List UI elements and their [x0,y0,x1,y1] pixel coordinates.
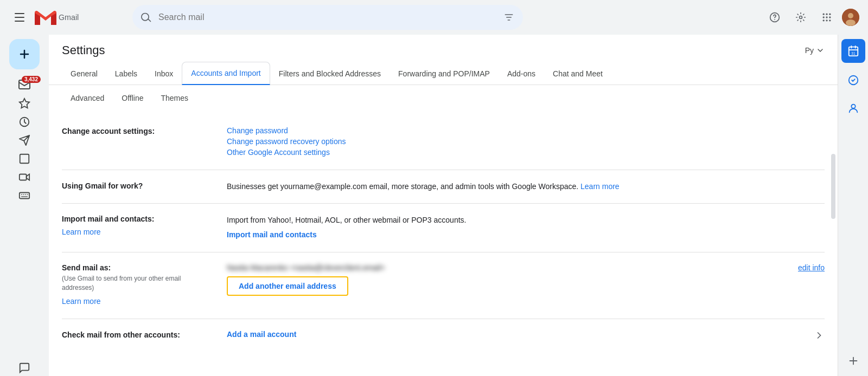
search-filter-icon[interactable] [503,12,514,23]
svg-point-12 [823,20,825,21]
import-learn-more-link[interactable]: Learn more [62,228,214,236]
avatar[interactable] [842,9,859,26]
chevron-down-icon [816,46,825,55]
right-add-icon[interactable] [843,350,864,372]
scrollbar-track[interactable] [831,143,835,376]
right-panel: 31 [838,35,868,376]
other-account-link[interactable]: Other Google Account settings [227,148,825,157]
import-mail-content: Import from Yahoo!, Hotmail, AOL, or oth… [227,215,825,241]
topbar-right [764,7,859,28]
help-icon[interactable] [764,7,786,28]
sidebar-item-meet[interactable] [5,169,44,185]
tab-addons[interactable]: Add-ons [499,63,544,85]
svg-text:Gmail: Gmail [59,13,79,22]
sidebar-item-starred[interactable] [5,95,44,112]
settings-icon[interactable] [790,7,812,28]
right-calendar-icon[interactable]: 31 [841,39,865,63]
change-password-link[interactable]: Change password [227,126,825,135]
scrollbar-thumb[interactable] [831,154,835,219]
star-icon [18,98,30,109]
video-icon [18,171,30,183]
svg-text:31: 31 [851,51,856,55]
tab-inbox[interactable]: Inbox [146,63,182,85]
check-mail-row: Check mail from other accounts: Add a ma… [62,319,825,352]
search-input[interactable] [158,12,497,22]
change-account-content: Change password Change password recovery… [227,126,825,159]
tab-advanced[interactable]: Advanced [62,89,113,107]
change-recovery-link[interactable]: Change password recovery options [227,137,825,146]
gmail-work-text: Businesses get yourname@example.com emai… [227,182,620,191]
change-account-title: Change account settings: [62,127,155,135]
tabs-row-1: General Labels Inbox Accounts and Import… [49,62,838,85]
tab-offline[interactable]: Offline [113,89,152,107]
sent-icon [18,134,30,146]
compose-button[interactable] [9,39,40,69]
svg-point-26 [851,105,855,108]
send-mail-sublabel: (Use Gmail to send from your other email… [62,274,214,293]
tab-chat[interactable]: Chat and Meet [544,63,611,85]
add-email-button[interactable]: Add another email address [227,276,348,296]
tab-filters[interactable]: Filters and Blocked Addresses [270,63,390,85]
clock-icon [18,116,30,128]
svg-point-16 [848,13,853,18]
sidebar-item-mail[interactable]: 3,432 [5,76,44,93]
edit-info-link[interactable]: edit info [798,263,825,272]
change-account-label: Change account settings: [62,126,214,159]
svg-rect-20 [20,154,29,164]
change-account-row: Change account settings: Change password… [62,115,825,170]
svg-point-14 [829,20,831,21]
sidebar-item-keyboard[interactable] [5,187,44,204]
check-mail-label: Check mail from other accounts: [62,330,214,341]
send-mail-content: Nastia Macarenko <nastia@cleverclient.em… [227,263,825,308]
topbar: Gmail [0,0,868,35]
tab-accounts[interactable]: Accounts and Import [182,62,270,85]
gmail-work-label: Using Gmail for work? [62,181,214,192]
tab-labels[interactable]: Labels [106,63,146,85]
svg-point-11 [829,16,831,18]
gmail-text-logo: Gmail [59,11,87,24]
tab-general[interactable]: General [62,63,106,85]
py-label: Py [805,46,814,55]
check-mail-title: Check mail from other accounts: [62,330,180,339]
draft-icon [18,153,30,165]
svg-point-17 [846,20,856,26]
sidebar: 3,432 [0,35,49,376]
send-mail-email: Nastia Macarenko <nastia@cleverclient.em… [227,263,385,272]
chat-icon [18,362,30,374]
page-title: Settings [62,43,105,57]
apps-icon[interactable] [816,7,838,28]
import-mail-title: Import mail and contacts: [62,215,214,223]
search-bar[interactable] [132,5,523,30]
contacts-icon [847,102,859,114]
settings-header: Settings Py [49,35,838,57]
svg-point-6 [823,14,825,15]
chevron-right-icon [814,330,825,341]
sidebar-item-sent[interactable] [5,132,44,148]
svg-point-10 [826,16,827,18]
tab-forwarding[interactable]: Forwarding and POP/IMAP [390,63,499,85]
send-mail-title: Send mail as: [62,263,214,272]
add-mail-account-link[interactable]: Add a mail account [227,330,296,339]
svg-point-5 [800,16,802,19]
gmail-logo: Gmail [35,10,87,25]
settings-content: Change account settings: Change password… [49,107,838,376]
import-mail-label: Import mail and contacts: Learn more [62,215,214,241]
right-contacts-icon[interactable] [843,98,864,119]
tasks-icon [847,74,859,86]
gmail-work-content: Businesses get yourname@example.com emai… [227,181,825,192]
svg-point-9 [823,16,825,18]
svg-point-13 [826,20,827,21]
right-tasks-icon[interactable] [843,69,864,91]
send-mail-learn-more[interactable]: Learn more [62,297,214,306]
sidebar-item-chat[interactable] [5,360,44,376]
py-dropdown[interactable]: Py [805,46,825,55]
svg-rect-21 [20,174,27,180]
gmail-work-learn-more[interactable]: Learn more [580,182,620,191]
sidebar-item-snoozed[interactable] [5,114,44,130]
import-action-link[interactable]: Import mail and contacts [227,230,825,239]
menu-icon[interactable] [9,7,30,28]
main-content: Settings Py General Labels Inbox Account… [49,35,838,376]
tab-themes[interactable]: Themes [152,89,197,107]
sidebar-item-drafts[interactable] [5,151,44,167]
tabs-row-2: Advanced Offline Themes [49,85,838,107]
